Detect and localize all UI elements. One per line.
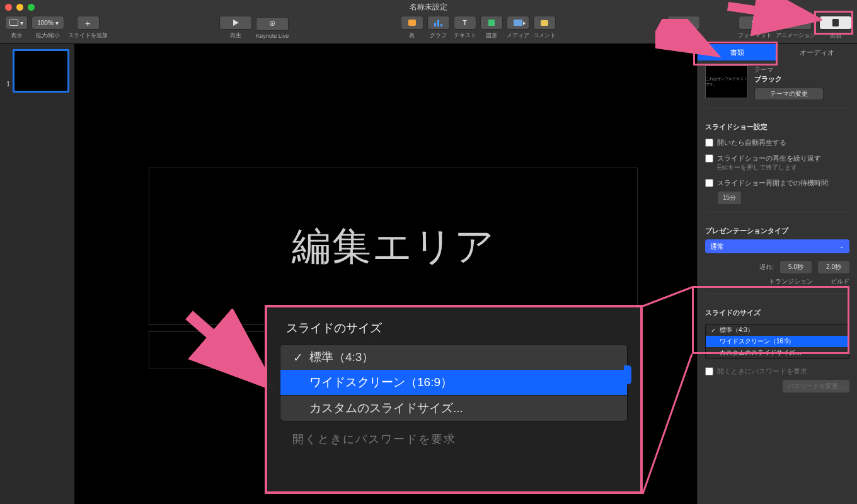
close-icon[interactable]: [5, 4, 12, 11]
zoom-button[interactable]: 100%▾ 拡大/縮小: [32, 16, 64, 40]
slide-size-dropdown[interactable]: ✓標準（4:3） ワイドスクリーン（16:9） カスタムのスライドサイズ…: [705, 324, 849, 359]
loop-label: スライドショーの再生を繰り返す: [717, 154, 821, 162]
popup-under-text: 開くときにパスワードを要求: [267, 424, 640, 454]
comment-icon: [541, 20, 548, 26]
title-text: 編集エリア: [292, 220, 495, 273]
inspector-tabs: 書類 オーディオ: [698, 44, 857, 60]
password-require-checkbox[interactable]: 開くときにパスワードを要求: [705, 367, 849, 376]
shape-button[interactable]: 図形: [480, 16, 503, 40]
slide-thumb-row[interactable]: 1: [5, 49, 69, 93]
popup-option-wide[interactable]: ワイドスクリーン（16:9）: [280, 370, 627, 395]
option-standard-label: 標準（4:3）: [720, 326, 754, 335]
collab-button[interactable]: 共同制作: [667, 16, 700, 40]
format-label: フォーマット: [738, 32, 772, 40]
animation-button[interactable]: アニメーション: [776, 16, 815, 40]
presentation-type-value: 通常: [710, 242, 724, 251]
theme-label: テーマ: [754, 66, 849, 74]
popup-wide-label: ワイドスクリーン（16:9）: [309, 374, 452, 391]
traffic-lights: [5, 4, 35, 11]
transition-label: トランジション: [769, 277, 813, 286]
table-icon: [408, 20, 416, 26]
window-title: 名称未設定: [410, 2, 447, 13]
document-label: 書類: [830, 32, 841, 40]
collab-icon: [680, 19, 687, 26]
select-handle-icon: [624, 365, 631, 384]
auto-play-label: 開いたら自動再生する: [717, 138, 786, 147]
option-custom-label: カスタムのスライドサイズ…: [720, 348, 802, 357]
shape-icon: [488, 20, 495, 26]
media-button[interactable]: メディア: [507, 16, 529, 40]
view-button[interactable]: ▾ 表示: [5, 16, 28, 40]
table-button[interactable]: 表: [401, 16, 423, 40]
view-label: 表示: [11, 32, 22, 40]
zoom-icon[interactable]: [28, 4, 35, 11]
popup-option-custom[interactable]: カスタムのスライドサイズ...: [280, 396, 627, 421]
play-button[interactable]: 再生: [219, 16, 252, 40]
shape-label: 図形: [486, 32, 497, 40]
window-titlebar: 名称未設定: [0, 0, 857, 14]
loop-checkbox[interactable]: スライドショーの再生を繰り返すEscキーを押して終了します: [705, 154, 849, 172]
comment-label: コメント: [533, 32, 556, 40]
keynote-live-label: Keynote Live: [256, 33, 289, 39]
loop-sublabel: Escキーを押して終了します: [717, 163, 821, 172]
auto-play-checkbox[interactable]: 開いたら自動再生する: [705, 138, 849, 147]
zoom-value: 100%: [37, 20, 54, 26]
slide-size-option-custom[interactable]: カスタムのスライドサイズ…: [706, 347, 849, 358]
text-icon: T: [463, 20, 467, 26]
presentation-type-select[interactable]: 通常⌄: [705, 239, 849, 253]
add-slide-label: スライドを追加: [68, 32, 108, 40]
comment-button[interactable]: コメント: [533, 16, 556, 40]
format-button[interactable]: フォーマット: [738, 16, 772, 40]
chart-icon: [434, 19, 442, 26]
add-slide-button[interactable]: + スライドを追加: [68, 16, 108, 40]
animation-icon: [791, 19, 799, 26]
keynote-live-button[interactable]: ⦿ Keynote Live: [256, 17, 289, 39]
presentation-type-title: プレゼンテーションタイプ: [705, 226, 849, 236]
text-label: テキスト: [454, 32, 476, 40]
media-icon: [514, 20, 522, 26]
chevron-updown-icon: ⌄: [839, 243, 844, 249]
change-password-button[interactable]: パスワードを変更…: [783, 380, 849, 392]
play-label: 再生: [230, 32, 241, 40]
inspector: 書類 オーディオ これはサンプルテキストです。 テーマ ブラック テーマの変更 …: [697, 44, 857, 504]
theme-name: ブラック: [754, 74, 849, 84]
tab-document[interactable]: 書類: [698, 44, 778, 60]
table-label: 表: [409, 32, 415, 40]
popup-custom-label: カスタムのスライドサイズ...: [309, 400, 463, 416]
slide-size-option-standard[interactable]: ✓標準（4:3）: [706, 324, 849, 336]
slide-size-title: スライドのサイズ: [705, 308, 849, 318]
transition-delay[interactable]: 5.0秒: [780, 261, 812, 273]
build-label: ビルド: [831, 277, 849, 286]
popup-dropdown[interactable]: ✓標準（4:3） ワイドスクリーン（16:9） カスタムのスライドサイズ...: [280, 344, 628, 421]
idle-restart-checkbox[interactable]: スライドショー再開までの待機時間:: [705, 178, 849, 188]
slide-size-popup: スライドのサイズ ✓標準（4:3） ワイドスクリーン（16:9） カスタムのスラ…: [265, 305, 643, 494]
idle-label: スライドショー再開までの待機時間:: [717, 178, 830, 188]
slide-number: 1: [5, 49, 10, 88]
slide-thumbnail[interactable]: [13, 49, 69, 93]
delay-label: 遅れ:: [759, 263, 774, 272]
plus-icon: +: [85, 18, 91, 28]
slide-size-option-wide[interactable]: ワイドスクリーン（16:9）: [706, 336, 849, 347]
document-button[interactable]: 書類: [819, 16, 852, 40]
change-theme-button[interactable]: テーマの変更: [754, 88, 824, 100]
popup-option-standard[interactable]: ✓標準（4:3）: [280, 345, 627, 370]
option-wide-label: ワイドスクリーン（16:9）: [720, 337, 795, 346]
text-button[interactable]: Tテキスト: [454, 16, 476, 40]
chart-label: グラフ: [430, 32, 447, 40]
zoom-label: 拡大/縮小: [36, 32, 60, 40]
title-textbox[interactable]: 編集エリア: [149, 168, 638, 325]
media-label: メディア: [507, 32, 529, 40]
brush-icon: [751, 19, 759, 26]
minimize-icon[interactable]: [16, 4, 23, 11]
popup-title: スライドのサイズ: [267, 307, 640, 341]
toolbar: ▾ 表示 100%▾ 拡大/縮小 + スライドを追加 再生 ⦿ Keynote …: [0, 14, 857, 44]
live-icon: ⦿: [269, 20, 275, 27]
chart-button[interactable]: グラフ: [427, 16, 450, 40]
build-delay[interactable]: 2.0秒: [818, 261, 849, 273]
theme-thumbnail: これはサンプルテキストです。: [705, 66, 748, 98]
tab-audio[interactable]: オーディオ: [778, 44, 858, 60]
popup-standard-label: 標準（4:3）: [309, 349, 374, 365]
password-require-label: 開くときにパスワードを要求: [717, 367, 807, 376]
idle-value[interactable]: 15分: [718, 192, 741, 204]
view-icon: [9, 20, 18, 26]
